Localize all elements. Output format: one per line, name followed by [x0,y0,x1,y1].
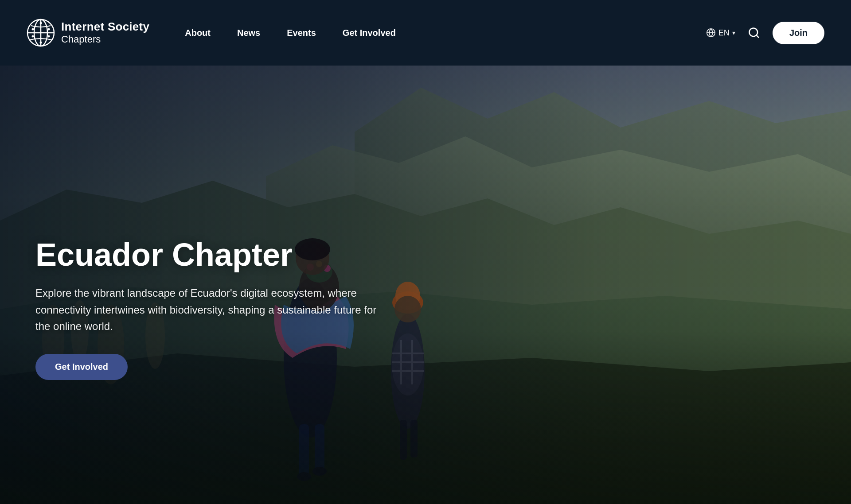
nav-about[interactable]: About [185,28,211,38]
lang-code: EN [718,28,730,38]
chevron-down-icon: ▾ [732,29,735,36]
logo-subtitle: Chapters [61,34,149,45]
site-header: Internet Society Chapters About News Eve… [0,0,851,66]
logo-globe-icon [27,19,55,47]
svg-line-13 [756,35,758,37]
search-button[interactable] [748,27,760,39]
hero-section: Ecuador Chapter Explore the vibrant land… [0,66,851,504]
svg-point-8 [40,22,42,24]
globe-icon [706,28,716,38]
hero-description: Explore the vibrant landscape of Ecuador… [35,285,390,334]
nav-events[interactable]: Events [287,28,316,38]
svg-point-7 [48,35,50,38]
search-icon [748,27,760,39]
site-logo[interactable]: Internet Society Chapters [27,19,149,47]
nav-news[interactable]: News [237,28,260,38]
language-selector[interactable]: EN ▾ [706,28,735,38]
join-button[interactable]: Join [773,22,824,44]
svg-point-6 [32,35,34,38]
hero-cta-button[interactable]: Get Involved [35,354,128,380]
hero-content: Ecuador Chapter Explore the vibrant land… [35,237,390,380]
nav-get-involved[interactable]: Get Involved [343,28,396,38]
svg-point-9 [40,42,42,44]
svg-point-5 [48,28,50,31]
hero-title: Ecuador Chapter [35,237,390,272]
svg-point-4 [32,28,34,31]
main-nav: About News Events Get Involved [185,28,706,38]
header-right: EN ▾ Join [706,22,824,44]
logo-title: Internet Society [61,20,149,34]
